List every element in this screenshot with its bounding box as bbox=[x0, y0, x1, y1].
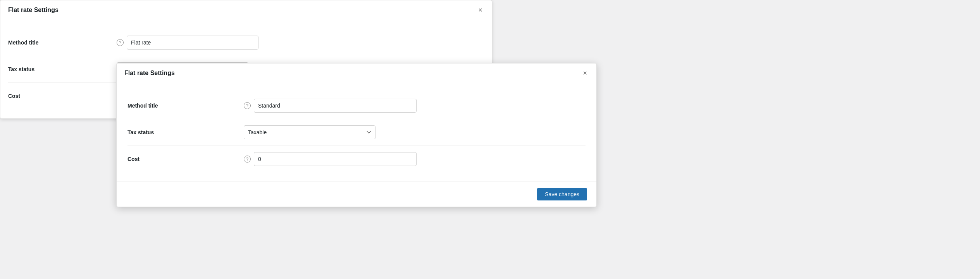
fg-tax-status-field: Taxable None bbox=[244, 125, 586, 139]
bg-method-title-input[interactable] bbox=[127, 36, 258, 50]
fg-method-title-help-icon[interactable]: ? bbox=[244, 102, 251, 109]
fg-method-title-label: Method title bbox=[127, 103, 244, 109]
fg-dialog-body: Method title ? Tax status Taxable None C… bbox=[117, 83, 596, 181]
foreground-dialog: Flat rate Settings × Method title ? Tax … bbox=[116, 63, 597, 207]
fg-cost-help-icon[interactable]: ? bbox=[244, 156, 251, 163]
fg-dialog-footer: Save changes bbox=[117, 181, 596, 207]
fg-cost-field: ? bbox=[244, 152, 586, 166]
fg-cost-input[interactable] bbox=[254, 152, 417, 166]
fg-close-button[interactable]: × bbox=[581, 70, 589, 77]
save-changes-button[interactable]: Save changes bbox=[537, 188, 587, 200]
bg-method-title-label: Method title bbox=[8, 39, 117, 46]
fg-tax-status-row: Tax status Taxable None bbox=[127, 119, 586, 146]
fg-method-title-input[interactable] bbox=[254, 99, 417, 113]
bg-tax-status-label: Tax status bbox=[8, 66, 117, 72]
bg-method-title-row: Method title ? bbox=[8, 29, 484, 56]
fg-cost-label: Cost bbox=[127, 156, 244, 162]
bg-dialog-header: Flat rate Settings × bbox=[0, 0, 492, 20]
fg-dialog-header: Flat rate Settings × bbox=[117, 63, 596, 83]
fg-dialog-title: Flat rate Settings bbox=[124, 70, 175, 77]
bg-method-title-help-icon[interactable]: ? bbox=[117, 39, 124, 46]
fg-tax-status-label: Tax status bbox=[127, 129, 244, 135]
fg-method-title-field: ? bbox=[244, 99, 586, 113]
fg-tax-status-select[interactable]: Taxable None bbox=[244, 125, 375, 139]
bg-cost-label: Cost bbox=[8, 93, 117, 99]
fg-cost-row: Cost ? bbox=[127, 146, 586, 172]
bg-method-title-field: ? bbox=[117, 36, 484, 50]
bg-close-button[interactable]: × bbox=[477, 7, 484, 14]
bg-dialog-title: Flat rate Settings bbox=[8, 7, 59, 14]
fg-method-title-row: Method title ? bbox=[127, 92, 586, 119]
